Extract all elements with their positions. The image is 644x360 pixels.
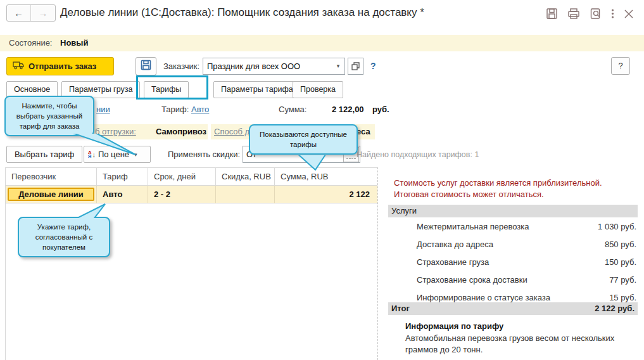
- save-icon[interactable]: [546, 8, 558, 20]
- col-carrier[interactable]: Перевозчик: [6, 168, 97, 186]
- warning-line2: Итоговая стоимость может отличаться.: [394, 190, 544, 199]
- sum-currency: руб.: [372, 105, 389, 114]
- callout-agreed-tariff: Укажите тариф, согласованный с покупател…: [18, 217, 110, 257]
- row-days[interactable]: 2 - 2: [148, 186, 216, 203]
- warning-line1: Стоимость услуг доставки является прибли…: [394, 178, 602, 188]
- total-bar: Итог 2 122 руб.: [388, 302, 638, 315]
- tariff-label: Тариф:: [161, 105, 189, 114]
- send-order-icon: [13, 61, 24, 72]
- table-row[interactable]: Деловые линии Авто 2 - 2 2 122: [6, 186, 377, 203]
- more-icon[interactable]: [611, 8, 614, 20]
- customer-label: Заказчик:: [163, 61, 199, 71]
- tariffs-table: Перевозчик Тариф Срок, дней Скидка, RUB …: [5, 167, 378, 360]
- tariff-link[interactable]: Авто: [191, 105, 209, 114]
- callout-select-tariff: Нажмите, чтобы выбрать указанный тариф д…: [4, 96, 94, 136]
- sum-value: 2 122,00: [332, 105, 364, 114]
- status-label: Состояние:: [9, 38, 52, 48]
- status-strip: Состояние: Новый: [0, 35, 644, 51]
- customer-input[interactable]: Праздник для всех ООО: [203, 58, 332, 75]
- customer-open-icon[interactable]: [348, 58, 363, 75]
- total-value: 2 122 руб.: [595, 302, 635, 315]
- services-header-bar: Услуги: [388, 205, 638, 217]
- total-label: Итог: [391, 302, 410, 315]
- shipment-method-value: Самопривоз: [156, 127, 206, 136]
- floppy-icon: [141, 60, 151, 73]
- tariff-summary-row: нии Тариф: Авто Сумма: 2 122,00 руб.: [0, 105, 644, 116]
- customer-dropdown-icon[interactable]: ▾: [332, 58, 345, 75]
- row-tariff[interactable]: Авто: [97, 186, 148, 203]
- service-row: Межтермитальная перевозка1 030 руб.: [388, 222, 638, 231]
- back-icon[interactable]: ←: [7, 5, 31, 21]
- col-tariff[interactable]: Тариф: [97, 168, 148, 186]
- service-row: Страхование груза150 руб.: [388, 257, 638, 267]
- selected-carrier-cell[interactable]: Деловые линии: [8, 188, 94, 201]
- col-days[interactable]: Срок, дней: [148, 168, 216, 186]
- apply-discounts-label: Применять скидки:: [168, 150, 240, 159]
- preview-icon[interactable]: [590, 8, 602, 20]
- service-row: Доставка до адреса850 руб.: [388, 240, 638, 249]
- tariff-info-text: Автомобильная перевозка грузов весом от …: [405, 333, 635, 356]
- page-title: Деловые линии (1С:Доставка): Помощник со…: [60, 6, 424, 19]
- print-icon[interactable]: [567, 8, 580, 20]
- tab-tariff-params[interactable]: Параметры тарифа: [213, 81, 301, 98]
- callout-available-tariffs: Показываются доступные тарифы: [249, 124, 358, 155]
- delivery-method-value-fragment: еса: [357, 127, 370, 136]
- service-row: Информирование о статусе заказа15 руб.: [388, 293, 638, 302]
- customer-help-link[interactable]: ?: [370, 61, 376, 71]
- found-tariffs-label: Найдено подходящих тарифов: 1: [357, 150, 479, 159]
- callout-tail: [68, 203, 109, 218]
- save-order-button[interactable]: [136, 57, 156, 75]
- help-button[interactable]: ?: [611, 57, 630, 75]
- sum-label: Сумма:: [279, 105, 306, 114]
- forward-icon[interactable]: →: [31, 5, 55, 21]
- service-row: Страхование срока доставки77 руб.: [388, 275, 638, 285]
- callout-tail: [291, 155, 329, 172]
- row-sum[interactable]: 2 122: [275, 186, 378, 203]
- send-order-label: Отправить заказ: [28, 61, 96, 71]
- callout-tail: [62, 134, 139, 157]
- delivery-assistant-window: ← → Деловые линии (1С:Доставка): Помощни…: [0, 0, 644, 360]
- tab-check[interactable]: Проверка: [293, 81, 343, 98]
- send-order-button[interactable]: Отправить заказ: [6, 57, 114, 75]
- tariff-info-header: Информация по тарифу: [405, 321, 503, 331]
- delivery-method-link-fragment[interactable]: Способ д: [214, 127, 249, 136]
- tab-tariffs[interactable]: Тарифы: [144, 81, 189, 98]
- col-discount[interactable]: Скидка, RUB: [216, 168, 275, 186]
- row-discount[interactable]: [216, 186, 275, 203]
- status-value: Новый: [60, 38, 88, 48]
- history-nav: ← →: [6, 4, 56, 22]
- carrier-link-fragment[interactable]: нии: [96, 105, 110, 114]
- close-icon[interactable]: [624, 9, 634, 19]
